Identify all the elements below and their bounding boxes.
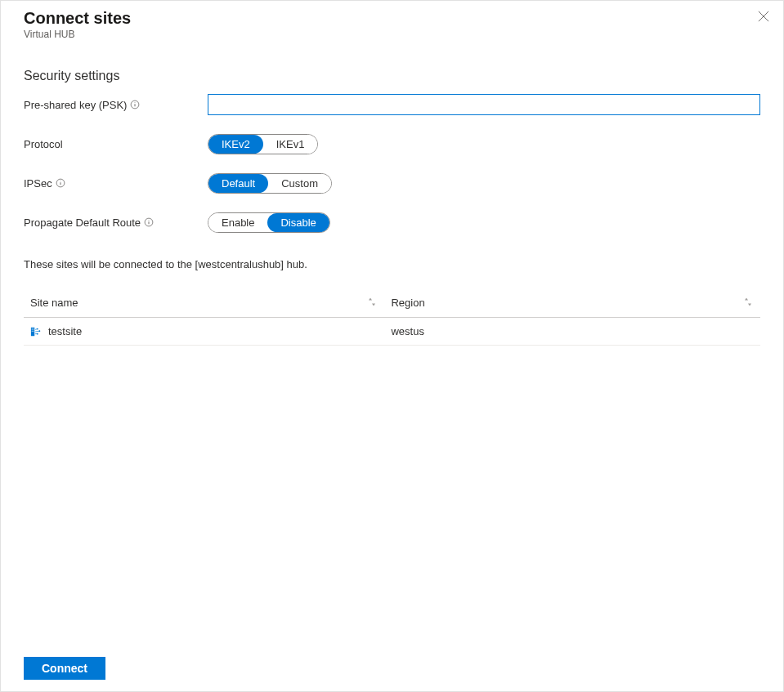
protocol-label: Protocol (24, 138, 208, 150)
protocol-label-text: Protocol (24, 138, 63, 150)
ipsec-control: Default Custom (208, 173, 760, 194)
svg-rect-13 (34, 328, 34, 328)
ipsec-toggle: Default Custom (208, 173, 332, 194)
propagate-label: Propagate Default Route (24, 217, 208, 229)
close-button[interactable] (755, 9, 772, 25)
svg-point-10 (149, 220, 150, 221)
security-settings-heading: Security settings (24, 69, 760, 83)
protocol-row: Protocol IKEv2 IKEv1 (24, 132, 760, 155)
site-icon (30, 326, 42, 337)
panel-title: Connect sites (24, 7, 760, 29)
propagate-enable-button[interactable]: Enable (208, 213, 267, 232)
info-icon[interactable] (56, 178, 65, 188)
svg-rect-15 (34, 329, 34, 330)
psk-row: Pre-shared key (PSK) (24, 93, 760, 116)
ipsec-label-text: IPSec (24, 177, 52, 190)
propagate-row: Propagate Default Route Enable Disable (24, 211, 760, 234)
psk-label: Pre-shared key (PSK) (24, 99, 208, 111)
protocol-ikev1-button[interactable]: IKEv1 (263, 135, 318, 154)
propagate-label-text: Propagate Default Route (24, 217, 141, 229)
svg-rect-16 (32, 331, 33, 332)
column-site-name[interactable]: Site name (24, 288, 384, 318)
connect-button[interactable]: Connect (24, 657, 105, 680)
close-icon (758, 11, 769, 25)
info-icon[interactable] (130, 100, 140, 109)
connect-sites-panel: Connect sites Virtual HUB Security setti… (1, 1, 783, 691)
protocol-control: IKEv2 IKEv1 (208, 134, 760, 154)
panel-header: Connect sites Virtual HUB (1, 1, 783, 44)
propagate-control: Enable Disable (208, 212, 760, 233)
site-region-cell: westus (384, 318, 760, 346)
svg-rect-11 (31, 327, 34, 336)
panel-content: Security settings Pre-shared key (PSK) P… (1, 44, 783, 645)
svg-rect-12 (32, 328, 33, 328)
ipsec-default-button[interactable]: Default (208, 174, 268, 193)
svg-point-4 (135, 102, 136, 103)
site-name-cell: testsite (48, 325, 82, 337)
propagate-disable-button[interactable]: Disable (267, 213, 329, 232)
ipsec-label: IPSec (24, 177, 208, 190)
psk-label-text: Pre-shared key (PSK) (24, 99, 127, 111)
column-region-label: Region (391, 297, 424, 309)
psk-control (208, 94, 760, 115)
svg-rect-17 (34, 331, 34, 332)
column-site-name-label: Site name (30, 297, 78, 309)
sites-table: Site name Region (24, 288, 760, 346)
svg-rect-14 (32, 329, 33, 330)
protocol-ikev2-button[interactable]: IKEv2 (208, 135, 263, 154)
sites-info-text: These sites will be connected to the [we… (24, 258, 760, 270)
ipsec-custom-button[interactable]: Custom (268, 174, 331, 193)
svg-point-7 (60, 181, 60, 181)
panel-footer: Connect (1, 645, 783, 691)
info-icon[interactable] (144, 217, 154, 227)
column-region[interactable]: Region (384, 288, 760, 318)
panel-subtitle: Virtual HUB (24, 29, 760, 40)
psk-input[interactable] (208, 94, 760, 115)
propagate-toggle: Enable Disable (208, 212, 330, 233)
sort-icon (368, 297, 376, 309)
sort-icon (744, 297, 752, 309)
table-row[interactable]: testsite westus (24, 318, 760, 346)
ipsec-row: IPSec Default Custom (24, 172, 760, 194)
protocol-toggle: IKEv2 IKEv1 (208, 134, 318, 154)
